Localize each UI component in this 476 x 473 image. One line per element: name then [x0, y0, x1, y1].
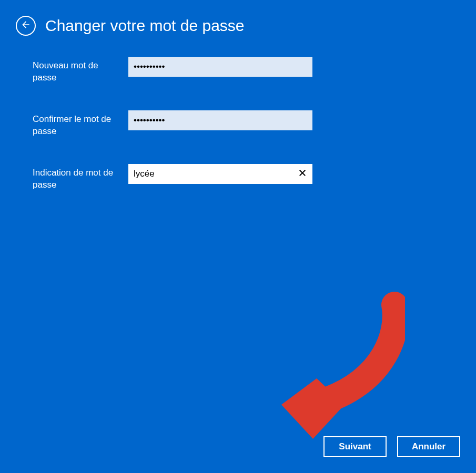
clear-input-button[interactable]: [297, 168, 308, 180]
password-form: Nouveau mot de passe Confirmer le mot de…: [0, 46, 476, 228]
hint-input[interactable]: [128, 164, 312, 184]
new-password-row: Nouveau mot de passe: [33, 57, 444, 84]
new-password-wrapper: [128, 57, 312, 77]
new-password-input[interactable]: [128, 57, 312, 77]
confirm-password-row: Confirmer le mot de passe: [33, 110, 444, 138]
cancel-button[interactable]: Annuler: [397, 436, 460, 457]
arrow-left-icon: [21, 19, 31, 32]
back-button[interactable]: [16, 16, 36, 36]
hint-row: Indication de mot de passe: [33, 164, 444, 191]
page-header: Changer votre mot de passe: [0, 0, 476, 46]
hint-wrapper: [128, 164, 312, 184]
next-button[interactable]: Suivant: [323, 436, 387, 457]
hint-label: Indication de mot de passe: [33, 164, 122, 191]
svg-marker-0: [281, 378, 345, 439]
footer-buttons: Suivant Annuler: [323, 436, 460, 457]
confirm-password-label: Confirmer le mot de passe: [33, 110, 122, 138]
new-password-label: Nouveau mot de passe: [33, 57, 122, 84]
annotation-arrow: [263, 292, 405, 439]
close-icon: [298, 168, 307, 180]
confirm-password-input[interactable]: [128, 110, 312, 130]
page-title: Changer votre mot de passe: [45, 17, 245, 35]
confirm-password-wrapper: [128, 110, 312, 130]
